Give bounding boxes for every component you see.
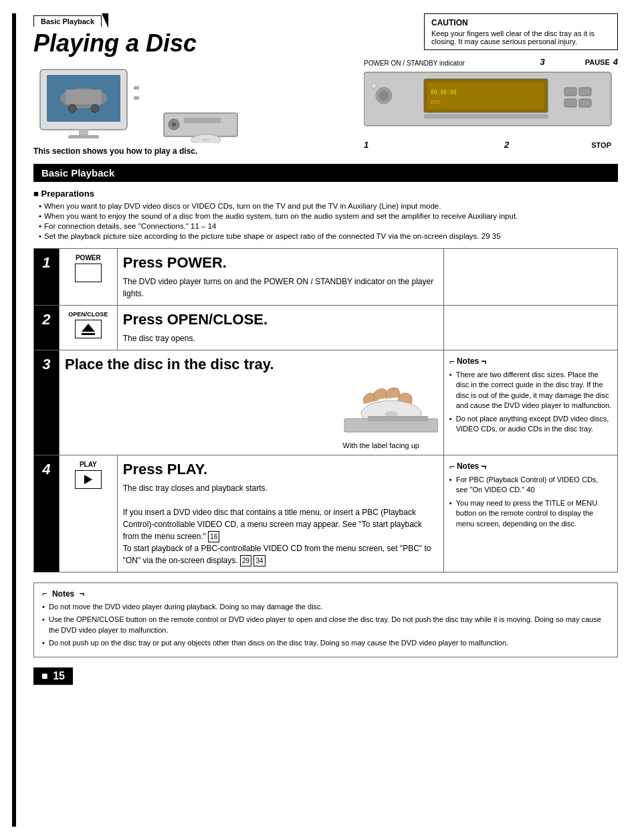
svg-marker-29 (82, 324, 95, 332)
steps-table: 1 POWER Press POWER. The DVD video playe… (33, 248, 618, 572)
svg-point-13 (172, 122, 176, 126)
step-3-title: Place the disc in the disc tray. (65, 356, 438, 373)
bottom-notes-list: Do not move the DVD video player during … (42, 602, 609, 649)
step-2-button (75, 320, 102, 338)
step-4-notes-list: For PBC (Playback Control) of VIDEO CDs,… (449, 475, 612, 529)
step-2-icon-cell: OPEN/CLOSE (59, 306, 117, 350)
step-1-row: 1 POWER Press POWER. The DVD video playe… (34, 249, 618, 306)
step-1-title: Press POWER. (123, 254, 438, 272)
svg-rect-25 (579, 88, 591, 96)
svg-point-22 (379, 90, 389, 101)
tv-illustration (33, 63, 154, 143)
disc-tray-svg (324, 377, 438, 437)
right-header-area: CAUTION Keep your fingers well clear of … (364, 13, 618, 150)
bottom-note-1: Do not move the DVD video player during … (42, 602, 609, 612)
section-heading-bar: Basic Playback (33, 164, 618, 182)
svg-marker-35 (84, 475, 92, 484)
step-3-notes-header: ⌐ Notes ¬ (449, 356, 612, 366)
caution-box: CAUTION Keep your fingers well clear of … (424, 13, 618, 50)
bottom-note-3: Do not push up on the disc tray or put a… (42, 638, 609, 648)
content-area: Basic Playback Playing a Disc (33, 13, 618, 685)
step-4-notes: ⌐ Notes ¬ For PBC (Playback Control) of … (443, 455, 617, 572)
svg-rect-8 (134, 86, 139, 90)
diagram-number4: 4 (613, 57, 618, 67)
preparations-section: ■ Preparations When you want to play DVD… (33, 189, 618, 240)
breadcrumb: Basic Playback (41, 17, 94, 25)
stop-label: STOP (591, 141, 611, 149)
disc-with-label: With the label facing up (324, 441, 438, 449)
step-2-description: The disc tray opens. (123, 332, 438, 344)
step-3-number: 3 (34, 350, 60, 455)
svg-rect-7 (68, 135, 99, 138)
step-3-row: 3 Place the disc in the disc tray. (34, 350, 618, 455)
notes-label: Notes (457, 356, 479, 366)
pause-label: PAUSE (585, 58, 610, 66)
step-1-description: The DVD video player turns on and the PO… (123, 276, 438, 300)
power-indicator-label: POWER ON / STANDBY indicator (364, 60, 465, 67)
prep-item-2: When you want to enjoy the sound of a di… (39, 212, 618, 220)
bottom-notes-section: ⌐ Notes ¬ Do not move the DVD video play… (33, 583, 618, 657)
left-vertical-bar (12, 13, 16, 827)
page-title: Playing a Disc (33, 29, 364, 58)
section-description: This section shows you how to play a dis… (33, 146, 364, 156)
svg-rect-30 (82, 333, 95, 335)
step-3-notes-list: There are two different disc sizes. Plac… (449, 370, 612, 434)
bottom-notes-label: Notes (52, 589, 74, 599)
svg-rect-34 (368, 416, 428, 421)
page-number-area: ■ 15 (33, 667, 618, 685)
caution-text: Keep your fingers well clear of the disc… (431, 29, 611, 45)
page-number: 15 (53, 670, 65, 681)
step-3-inner: With the label facing up (65, 377, 438, 449)
svg-rect-23 (424, 114, 548, 118)
step-1-number: 1 (34, 249, 60, 306)
svg-point-15 (203, 138, 209, 141)
caution-title: CAUTION (431, 18, 611, 27)
notes-label-4: Notes (457, 461, 479, 471)
notes-left-bracket: ⌐ (449, 356, 455, 366)
step-2-number: 2 (34, 306, 60, 350)
step-4-icon-cell: PLAY (59, 455, 117, 572)
preparations-title: ■ Preparations (33, 189, 618, 199)
section-heading-text: Basic Playback (41, 167, 114, 179)
step-3-notes: ⌐ Notes ¬ There are two different disc s… (443, 350, 617, 455)
player-diagram-area: POWER ON / STANDBY indicator 3 PAUSE 4 (364, 57, 618, 150)
step-1-icon-label: POWER (65, 254, 112, 261)
step-4-note-1: For PBC (Playback Control) of VIDEO CDs,… (449, 475, 612, 496)
page-number-bar: ■ 15 (33, 667, 73, 685)
step-3-content: Place the disc in the disc tray. (59, 350, 443, 455)
svg-point-32 (385, 411, 398, 417)
step-1-notes (443, 249, 617, 306)
step-4-notes-header: ⌐ Notes ¬ (449, 461, 612, 471)
prep-item-4: Set the playback picture size according … (39, 232, 618, 240)
dvd-player-illustration (161, 103, 241, 143)
svg-rect-24 (564, 88, 576, 96)
svg-rect-11 (184, 118, 221, 123)
svg-text:00:00:00: 00:00:00 (431, 90, 457, 96)
step-1-icon-cell: POWER (59, 249, 117, 306)
svg-rect-9 (134, 96, 139, 100)
svg-point-5 (91, 104, 99, 112)
svg-rect-18 (427, 82, 544, 109)
page-container: Basic Playback Playing a Disc (0, 0, 638, 840)
bottom-notes-header: ⌐ Notes ¬ (42, 589, 609, 599)
diagram-number2: 2 (504, 140, 509, 150)
step-4-description: The disc tray closes and playback starts… (123, 482, 438, 566)
step-4-icon-label: PLAY (65, 461, 112, 468)
step-1-button (75, 264, 102, 282)
step-2-title: Press OPEN/CLOSE. (123, 311, 438, 328)
step-4-number: 4 (34, 455, 60, 572)
step-4-row: 4 PLAY Press PLAY. The disc tray closes … (34, 455, 618, 572)
step-2-row: 2 OPEN/CLOSE Press OPEN/CLOSE. The disc … (34, 306, 618, 350)
step-2-notes (443, 306, 617, 350)
step-3-note-2: Do not place anything except DVD video d… (449, 414, 612, 435)
svg-rect-27 (579, 99, 591, 107)
notes-left-bracket-4: ⌐ (449, 461, 455, 471)
preparations-list: When you want to play DVD video discs or… (33, 202, 618, 240)
svg-text:DVD: DVD (431, 100, 441, 104)
diagram-number1: 1 (364, 140, 368, 150)
header-illustration (33, 63, 364, 143)
svg-rect-3 (66, 90, 102, 104)
prep-item-1: When you want to play DVD video discs or… (39, 202, 618, 210)
header-left: Basic Playback Playing a Disc (33, 13, 364, 156)
step-1-content: Press POWER. The DVD video player turns … (117, 249, 443, 306)
